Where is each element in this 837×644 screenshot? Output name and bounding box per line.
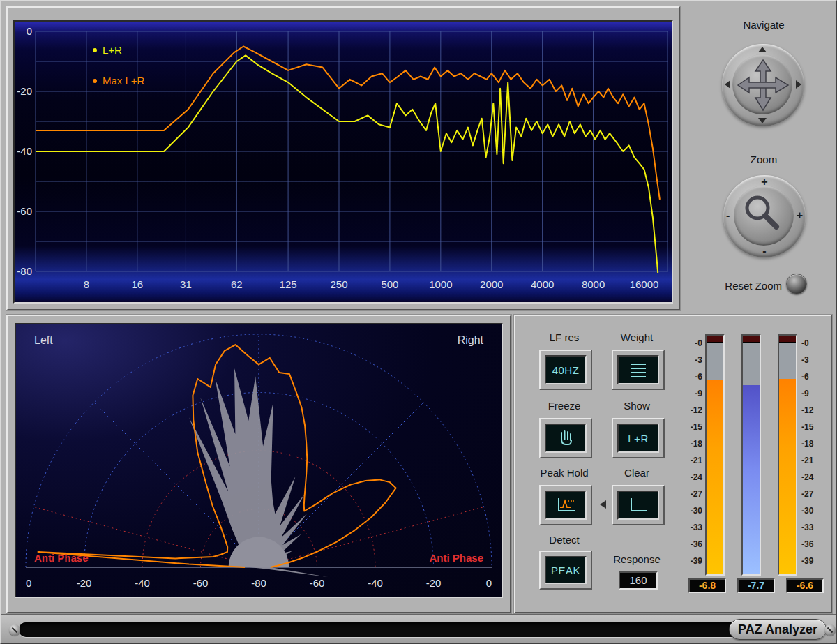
series-Max L+R	[36, 47, 660, 200]
paz-analyzer-window: 0-20-40-60-80816316212525050010002000400…	[0, 0, 837, 644]
svg-text:1000: 1000	[429, 278, 452, 290]
meter-scale-tick: -12	[801, 405, 825, 415]
zoom-knob[interactable]: + - - +	[723, 175, 806, 257]
peak-hold-button[interactable]	[539, 485, 592, 525]
navigate-down-arrow-icon[interactable]	[758, 118, 767, 123]
svg-text:-60: -60	[17, 205, 32, 217]
meter-scale-tick: -27	[801, 489, 825, 499]
meter-scale-tick: -24	[801, 472, 825, 482]
svg-text:4000: 4000	[531, 278, 554, 290]
clear-button[interactable]	[612, 485, 665, 525]
meter-mid-peak-cap	[743, 336, 760, 343]
clear-axes-icon	[626, 496, 650, 514]
freeze-label: Freeze	[535, 400, 594, 412]
zoom-in-horizontal-mark[interactable]: +	[797, 209, 803, 222]
meter-left-peak-cap	[707, 336, 723, 343]
peak-hold-label: Peak Hold	[535, 467, 594, 479]
zoom-label: Zoom	[709, 153, 818, 165]
zoom-out-vertical-mark[interactable]: -	[723, 245, 806, 257]
show-value: L+R	[617, 424, 659, 453]
spectrum-axis-labels: 0-20-40-60-80816316212525050010002000400…	[17, 25, 658, 290]
svg-text:-40: -40	[17, 145, 32, 157]
freeze-hand-icon	[555, 429, 577, 447]
spectrum-panel: 0-20-40-60-80816316212525050010002000400…	[6, 6, 680, 310]
svg-text:8: 8	[84, 278, 89, 290]
svg-text:-40: -40	[368, 577, 383, 589]
meter-scale-tick: -27	[683, 489, 702, 499]
svg-text:-20: -20	[17, 85, 32, 97]
navigate-left-arrow-icon[interactable]	[725, 80, 730, 89]
response-display[interactable]: 160	[619, 571, 658, 590]
legend-dot-lr-icon	[93, 48, 97, 52]
plugin-logo: PAZ Analyzer	[729, 619, 827, 640]
meter-left-well	[707, 343, 723, 574]
show-button[interactable]: L+R	[612, 418, 665, 458]
lf-res-button[interactable]: 40HZ	[539, 350, 592, 390]
series-L+R	[36, 55, 659, 286]
meter-scale-tick: -39	[801, 556, 825, 566]
response-label: Response	[608, 553, 666, 565]
spectrum-plot: 0-20-40-60-80816316212525050010002000400…	[15, 22, 672, 302]
meter-scale-tick: -21	[801, 456, 825, 465]
panel-divider-arrow-icon[interactable]	[600, 500, 606, 509]
legend-item-max-lr: Max L+R	[93, 75, 144, 87]
meter-left	[705, 334, 725, 576]
meter-right-readout: -6.6	[786, 578, 824, 593]
meter-mid-fill	[743, 385, 760, 574]
meter-scale-tick: -24	[683, 472, 702, 482]
spectrum-screen: 0-20-40-60-80816316212525050010002000400…	[13, 20, 673, 304]
zoom-knob-center[interactable]	[734, 186, 794, 246]
polar-axis-labels: 0-20-40-60-80-60-40-200	[26, 577, 492, 589]
legend-dot-max-lr-icon	[93, 79, 97, 83]
zoom-in-vertical-mark[interactable]: +	[723, 176, 806, 188]
right-channel-label: Right	[458, 334, 483, 347]
meter-scale-tick: -3	[801, 355, 825, 365]
meter-scale-tick: -39	[683, 556, 702, 566]
stereo-screen: 0-20-40-60-80-60-40-200 Left Right Anti …	[15, 323, 503, 598]
meter-scale-tick: -33	[801, 523, 825, 532]
meter-scale-left: -0-3-6-9-12-15-18-21-24-27-30-33-36-39	[683, 338, 702, 566]
reset-zoom-button[interactable]	[786, 274, 807, 294]
screw-icon	[9, 624, 20, 636]
navigate-right-arrow-icon[interactable]	[796, 80, 801, 89]
meter-scale-tick: -6	[801, 372, 825, 382]
peak-hold-icon	[554, 496, 578, 514]
svg-text:125: 125	[280, 278, 297, 290]
svg-text:250: 250	[330, 278, 347, 290]
legend-item-lr: L+R	[93, 44, 122, 56]
detect-button[interactable]: PEAK	[539, 551, 592, 590]
navigate-dpad[interactable]	[722, 44, 804, 126]
navigate-up-arrow-icon[interactable]	[758, 47, 767, 52]
legend-label-lr: L+R	[103, 44, 122, 56]
svg-text:-20: -20	[77, 577, 92, 589]
svg-text:0: 0	[26, 577, 31, 589]
meter-scale-tick: -6	[683, 372, 702, 382]
meter-right-fill	[779, 379, 796, 574]
meter-scale-tick: -18	[683, 439, 702, 449]
controls-panel: LF res 40HZ Weight Freeze	[514, 315, 832, 613]
svg-text:-20: -20	[426, 577, 442, 589]
meter-scale-tick: -15	[801, 422, 825, 432]
freeze-button[interactable]	[539, 418, 592, 458]
antiphase-left-label: Anti Phase	[34, 552, 89, 564]
meter-scale-tick: -12	[683, 405, 702, 415]
svg-text:-80: -80	[17, 265, 32, 277]
meter-scale-tick: -18	[801, 439, 825, 449]
weight-lines-icon	[628, 361, 649, 379]
svg-text:8000: 8000	[582, 278, 605, 290]
meter-scale-tick: -36	[801, 539, 825, 549]
meter-scale-tick: -30	[801, 506, 825, 516]
zoom-out-horizontal-mark[interactable]: -	[726, 209, 730, 222]
svg-text:-60: -60	[193, 577, 209, 589]
meter-scale-tick: -0	[801, 338, 825, 348]
meter-scale-right: -0-3-6-9-12-15-18-21-24-27-30-33-36-39	[801, 338, 825, 566]
antiphase-right-label: Anti Phase	[429, 552, 483, 564]
legend-label-max-lr: Max L+R	[103, 75, 144, 87]
svg-text:500: 500	[381, 278, 398, 290]
meter-right-peak-cap	[779, 336, 796, 343]
svg-text:31: 31	[180, 278, 192, 290]
svg-text:0: 0	[27, 25, 32, 37]
screw-icon	[824, 624, 836, 636]
weight-button[interactable]	[612, 350, 665, 390]
reset-zoom-label: Reset Zoom	[694, 280, 782, 292]
